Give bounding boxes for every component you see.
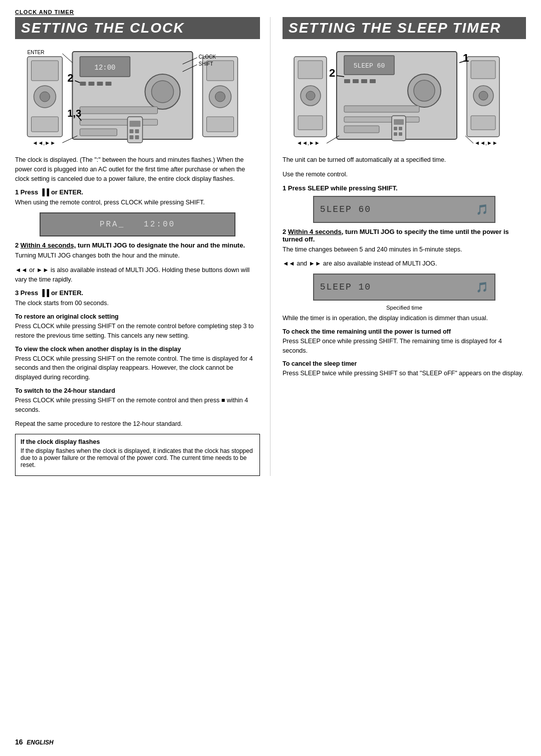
svg-rect-9 xyxy=(89,82,95,86)
right-step2-detail1: The time changes between 5 and 240 minut… xyxy=(283,245,526,255)
svg-text:1,3: 1,3 xyxy=(68,108,82,119)
step2-header: 2 Within 4 seconds, turn MULTI JOG to de… xyxy=(15,241,260,249)
right-sub1-text: Press SLEEP once while pressing SHIFT. T… xyxy=(283,337,526,356)
sleep-display-1: 5LEEP 60 🎵 xyxy=(313,196,496,223)
page-number-area: 16 ENGLISH xyxy=(15,738,54,746)
svg-point-13 xyxy=(152,81,174,103)
clock-display-1: PRA_ 12:00 xyxy=(40,212,235,236)
svg-text:12:00: 12:00 xyxy=(94,64,115,72)
svg-rect-56 xyxy=(344,126,379,133)
svg-rect-16 xyxy=(80,129,117,136)
step2-detail2: ◄◄ or ►► is also available instead of MU… xyxy=(15,266,260,285)
svg-line-29 xyxy=(63,54,73,63)
svg-rect-8 xyxy=(80,82,86,86)
left-section-title: SETTING THE CLOCK xyxy=(15,17,260,39)
svg-rect-51 xyxy=(370,79,376,83)
svg-rect-44 xyxy=(298,116,323,130)
sub3-header: To switch to the 24-hour standard xyxy=(15,387,260,394)
svg-text:2: 2 xyxy=(329,67,335,79)
sub3-text1: Press CLOCK while pressing SHIFT on the … xyxy=(15,396,260,415)
svg-point-60 xyxy=(479,91,488,100)
right-diagram: 5LEEP 60 xyxy=(283,44,526,149)
svg-rect-15 xyxy=(80,119,158,125)
right-step2-underline: Within 4 seconds, xyxy=(288,228,343,235)
step3-detail: The clock starts from 00 seconds. xyxy=(15,299,260,308)
svg-rect-21 xyxy=(207,117,234,132)
svg-rect-26 xyxy=(130,135,134,139)
svg-text:SHIFT: SHIFT xyxy=(199,61,213,67)
sleep-display-2: 5LEEP 10 🎵 xyxy=(313,274,496,301)
svg-line-73 xyxy=(327,136,339,143)
sub1-header: To restore an original clock setting xyxy=(15,313,260,320)
svg-text:1: 1 xyxy=(463,52,469,64)
right-sub2-text: Press SLEEP twice while pressing SHIFT s… xyxy=(283,369,526,378)
svg-rect-10 xyxy=(97,82,103,86)
svg-rect-61 xyxy=(471,116,495,130)
svg-point-20 xyxy=(215,92,225,102)
svg-rect-25 xyxy=(135,129,139,133)
step1-detail: When using the remote control, press CLO… xyxy=(15,198,260,207)
svg-rect-14 xyxy=(80,107,158,114)
svg-rect-63 xyxy=(394,119,404,125)
svg-text:5LEEP 60: 5LEEP 60 xyxy=(354,62,385,70)
left-column: SETTING THE CLOCK 12:00 xyxy=(15,17,270,476)
right-section-title: SETTING THE SLEEP TIMER xyxy=(283,17,526,39)
step2-heading-rest: turn MULTI JOG to designate the hour and… xyxy=(76,241,245,249)
svg-text:◄◄,►►: ◄◄,►► xyxy=(474,140,498,146)
display2-caption: Specified time xyxy=(283,305,526,311)
step2-detail1: Turning MULTI JOG changes both the hour … xyxy=(15,251,260,261)
svg-rect-27 xyxy=(135,135,139,139)
right-sub1-header: To check the time remaining until the po… xyxy=(283,328,526,335)
step3-header: 3 Press ▐▐ or ENTER. xyxy=(15,289,260,297)
right-column: SETTING THE SLEEP TIMER 5LEEP 60 xyxy=(270,17,526,476)
svg-rect-54 xyxy=(344,106,419,112)
svg-rect-67 xyxy=(399,132,402,136)
svg-text:2: 2 xyxy=(68,72,74,84)
svg-rect-11 xyxy=(106,82,112,86)
svg-rect-64 xyxy=(394,127,397,130)
svg-rect-23 xyxy=(130,121,141,127)
sub2-header: To view the clock when another display i… xyxy=(15,346,260,353)
svg-rect-49 xyxy=(353,79,359,83)
right-intro-text: The unit can be turned off automatically… xyxy=(283,155,526,165)
svg-rect-1 xyxy=(32,61,59,81)
step1-header: 1 Press ▐▐ or ENTER. xyxy=(15,188,260,196)
sub1-text: Press CLOCK while pressing SHIFT on the … xyxy=(15,322,260,341)
svg-rect-66 xyxy=(394,132,397,136)
right-sub2-header: To cancel the sleep timer xyxy=(283,360,526,367)
right-step1-header: 1 Press SLEEP while pressing SHIFT. xyxy=(283,184,526,192)
notice-box: If the clock display flashes If the disp… xyxy=(15,434,260,476)
svg-point-43 xyxy=(306,91,315,100)
sub3-text2: Repeat the same procedure to restore the… xyxy=(15,419,260,429)
svg-rect-48 xyxy=(344,79,350,83)
svg-rect-4 xyxy=(32,117,59,132)
left-diagram: 12:00 xyxy=(15,44,260,149)
right-step1-title: Press SLEEP while pressing SHIFT. xyxy=(288,184,398,192)
left-intro-text: The clock is displayed. (The ":" between… xyxy=(15,155,260,183)
notice-text: If the display flashes when the clock is… xyxy=(21,447,254,468)
svg-text:◄◄,►►: ◄◄,►► xyxy=(297,140,320,146)
step3-title: Press ▐▐ or ENTER. xyxy=(21,289,83,297)
svg-point-3 xyxy=(40,92,50,102)
svg-rect-41 xyxy=(298,61,323,79)
svg-rect-50 xyxy=(361,79,367,83)
svg-rect-58 xyxy=(471,61,495,79)
svg-text:CLOCK: CLOCK xyxy=(199,54,216,60)
dimmer-text: While the timer is in operation, the dis… xyxy=(283,314,526,323)
svg-text:◄◄,►►: ◄◄,►► xyxy=(33,140,56,146)
step2-underline: Within 4 seconds, xyxy=(21,241,76,249)
use-remote-text: Use the remote control. xyxy=(283,170,526,179)
notice-title: If the clock display flashes xyxy=(21,438,254,445)
right-step2-header: 2 Within 4 seconds, turn MULTI JOG to sp… xyxy=(283,228,526,243)
svg-rect-65 xyxy=(399,127,402,130)
svg-rect-24 xyxy=(130,129,134,133)
page-number: 16 xyxy=(15,738,23,746)
svg-text:ENTER: ENTER xyxy=(28,50,45,55)
svg-point-53 xyxy=(414,80,435,101)
right-step2-detail2: ◄◄ and ►► are also available instead of … xyxy=(283,259,526,269)
clock-and-timer-label: CLOCK AND TIMER xyxy=(15,9,526,15)
page-language: ENGLISH xyxy=(27,739,53,746)
sub2-text: Press CLOCK while pressing SHIFT on the … xyxy=(15,354,260,382)
step1-title: Press ▐▐ or ENTER. xyxy=(21,188,83,196)
svg-rect-55 xyxy=(344,117,419,122)
